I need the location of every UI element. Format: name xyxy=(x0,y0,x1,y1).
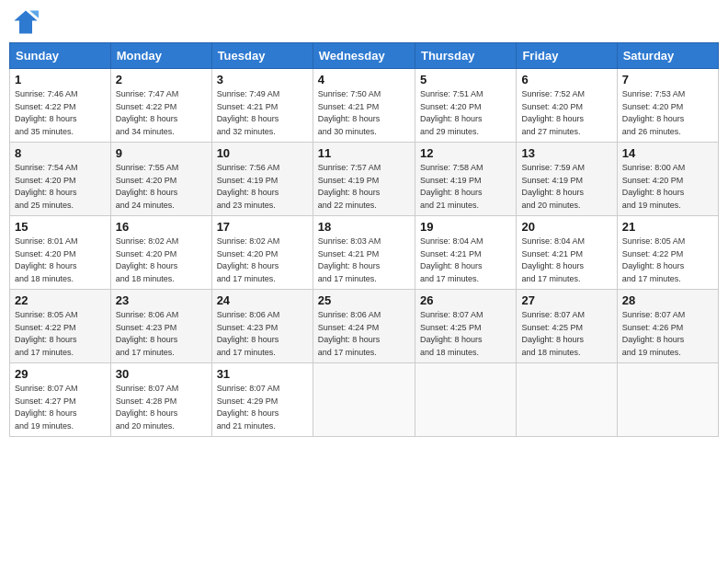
page-header xyxy=(9,9,719,35)
table-row xyxy=(415,363,516,437)
table-row: 23Sunrise: 8:06 AMSunset: 4:23 PMDayligh… xyxy=(110,290,211,363)
day-info: Sunrise: 8:04 AMSunset: 4:21 PMDaylight:… xyxy=(420,236,511,285)
logo xyxy=(13,9,42,35)
calendar-week-4: 22Sunrise: 8:05 AMSunset: 4:22 PMDayligh… xyxy=(10,290,719,363)
day-info: Sunrise: 8:05 AMSunset: 4:22 PMDaylight:… xyxy=(15,309,106,359)
day-info: Sunrise: 7:51 AMSunset: 4:20 PMDaylight:… xyxy=(420,88,511,138)
day-number: 19 xyxy=(420,220,511,234)
day-info: Sunrise: 7:52 AMSunset: 4:20 PMDaylight:… xyxy=(521,88,611,138)
day-info: Sunrise: 7:46 AMSunset: 4:22 PMDaylight:… xyxy=(15,88,106,138)
day-number: 16 xyxy=(116,220,207,234)
table-row: 6Sunrise: 7:52 AMSunset: 4:20 PMDaylight… xyxy=(517,69,617,143)
day-number: 2 xyxy=(116,73,207,86)
calendar-week-1: 1Sunrise: 7:46 AMSunset: 4:22 PMDaylight… xyxy=(10,69,719,143)
day-info: Sunrise: 8:03 AMSunset: 4:21 PMDaylight:… xyxy=(318,236,410,285)
table-row: 20Sunrise: 8:04 AMSunset: 4:21 PMDayligh… xyxy=(517,216,617,290)
day-number: 14 xyxy=(622,146,713,160)
table-row: 18Sunrise: 8:03 AMSunset: 4:21 PMDayligh… xyxy=(313,216,415,290)
day-number: 13 xyxy=(521,146,611,160)
day-number: 25 xyxy=(318,293,410,307)
table-row: 4Sunrise: 7:50 AMSunset: 4:21 PMDaylight… xyxy=(313,69,415,143)
day-info: Sunrise: 7:57 AMSunset: 4:19 PMDaylight:… xyxy=(318,162,410,212)
day-info: Sunrise: 8:07 AMSunset: 4:27 PMDaylight:… xyxy=(15,383,106,432)
day-number: 21 xyxy=(622,220,713,234)
calendar-header-sunday: Sunday xyxy=(10,43,111,69)
day-info: Sunrise: 8:07 AMSunset: 4:28 PMDaylight:… xyxy=(116,383,207,432)
day-info: Sunrise: 8:06 AMSunset: 4:24 PMDaylight:… xyxy=(318,309,410,359)
day-number: 11 xyxy=(318,146,410,160)
calendar-week-3: 15Sunrise: 8:01 AMSunset: 4:20 PMDayligh… xyxy=(10,216,719,290)
table-row: 2Sunrise: 7:47 AMSunset: 4:22 PMDaylight… xyxy=(110,69,211,143)
day-info: Sunrise: 8:04 AMSunset: 4:21 PMDaylight:… xyxy=(521,236,611,285)
table-row: 5Sunrise: 7:51 AMSunset: 4:20 PMDaylight… xyxy=(415,69,516,143)
table-row: 21Sunrise: 8:05 AMSunset: 4:22 PMDayligh… xyxy=(617,216,718,290)
calendar-week-5: 29Sunrise: 8:07 AMSunset: 4:27 PMDayligh… xyxy=(10,363,719,437)
table-row: 15Sunrise: 8:01 AMSunset: 4:20 PMDayligh… xyxy=(10,216,111,290)
day-number: 1 xyxy=(15,73,106,86)
table-row: 26Sunrise: 8:07 AMSunset: 4:25 PMDayligh… xyxy=(415,290,516,363)
table-row: 22Sunrise: 8:05 AMSunset: 4:22 PMDayligh… xyxy=(10,290,111,363)
calendar-header-wednesday: Wednesday xyxy=(313,43,415,69)
day-info: Sunrise: 8:05 AMSunset: 4:22 PMDaylight:… xyxy=(622,236,713,285)
calendar-header-saturday: Saturday xyxy=(617,43,718,69)
day-number: 6 xyxy=(521,73,611,86)
table-row: 9Sunrise: 7:55 AMSunset: 4:20 PMDaylight… xyxy=(110,143,211,216)
day-info: Sunrise: 7:58 AMSunset: 4:19 PMDaylight:… xyxy=(420,162,511,212)
table-row: 19Sunrise: 8:04 AMSunset: 4:21 PMDayligh… xyxy=(415,216,516,290)
table-row: 8Sunrise: 7:54 AMSunset: 4:20 PMDaylight… xyxy=(10,143,111,216)
day-info: Sunrise: 7:47 AMSunset: 4:22 PMDaylight:… xyxy=(116,88,207,138)
day-info: Sunrise: 7:55 AMSunset: 4:20 PMDaylight:… xyxy=(116,162,207,212)
calendar-header-tuesday: Tuesday xyxy=(211,43,313,69)
calendar-header-row: SundayMondayTuesdayWednesdayThursdayFrid… xyxy=(10,43,719,69)
day-number: 8 xyxy=(15,146,106,160)
table-row xyxy=(617,363,718,437)
table-row: 24Sunrise: 8:06 AMSunset: 4:23 PMDayligh… xyxy=(211,290,313,363)
day-number: 7 xyxy=(622,73,713,86)
table-row xyxy=(517,363,617,437)
calendar-header-thursday: Thursday xyxy=(415,43,516,69)
day-number: 28 xyxy=(622,293,713,307)
day-info: Sunrise: 7:59 AMSunset: 4:19 PMDaylight:… xyxy=(521,162,611,212)
day-info: Sunrise: 8:02 AMSunset: 4:20 PMDaylight:… xyxy=(217,236,308,285)
day-number: 9 xyxy=(116,146,207,160)
day-number: 23 xyxy=(116,293,207,307)
table-row: 30Sunrise: 8:07 AMSunset: 4:28 PMDayligh… xyxy=(110,363,211,437)
calendar-header-friday: Friday xyxy=(517,43,617,69)
table-row xyxy=(313,363,415,437)
day-number: 4 xyxy=(318,73,410,86)
day-number: 3 xyxy=(217,73,308,86)
table-row: 7Sunrise: 7:53 AMSunset: 4:20 PMDaylight… xyxy=(617,69,718,143)
day-info: Sunrise: 8:07 AMSunset: 4:29 PMDaylight:… xyxy=(217,383,308,432)
day-number: 26 xyxy=(420,293,511,307)
day-number: 18 xyxy=(318,220,410,234)
day-info: Sunrise: 7:53 AMSunset: 4:20 PMDaylight:… xyxy=(622,88,713,138)
table-row: 3Sunrise: 7:49 AMSunset: 4:21 PMDaylight… xyxy=(211,69,313,143)
table-row: 14Sunrise: 8:00 AMSunset: 4:20 PMDayligh… xyxy=(617,143,718,216)
table-row: 17Sunrise: 8:02 AMSunset: 4:20 PMDayligh… xyxy=(211,216,313,290)
calendar-week-2: 8Sunrise: 7:54 AMSunset: 4:20 PMDaylight… xyxy=(10,143,719,216)
table-row: 16Sunrise: 8:02 AMSunset: 4:20 PMDayligh… xyxy=(110,216,211,290)
day-number: 15 xyxy=(15,220,106,234)
day-number: 27 xyxy=(521,293,611,307)
table-row: 1Sunrise: 7:46 AMSunset: 4:22 PMDaylight… xyxy=(10,69,111,143)
day-info: Sunrise: 7:54 AMSunset: 4:20 PMDaylight:… xyxy=(15,162,106,212)
logo-icon xyxy=(13,9,39,35)
day-info: Sunrise: 8:07 AMSunset: 4:26 PMDaylight:… xyxy=(622,309,713,359)
day-number: 30 xyxy=(116,367,207,381)
day-number: 12 xyxy=(420,146,511,160)
calendar-table: SundayMondayTuesdayWednesdayThursdayFrid… xyxy=(9,42,719,437)
day-number: 31 xyxy=(217,367,308,381)
table-row: 13Sunrise: 7:59 AMSunset: 4:19 PMDayligh… xyxy=(517,143,617,216)
day-info: Sunrise: 8:06 AMSunset: 4:23 PMDaylight:… xyxy=(116,309,207,359)
day-info: Sunrise: 8:07 AMSunset: 4:25 PMDaylight:… xyxy=(521,309,611,359)
table-row: 28Sunrise: 8:07 AMSunset: 4:26 PMDayligh… xyxy=(617,290,718,363)
day-info: Sunrise: 8:00 AMSunset: 4:20 PMDaylight:… xyxy=(622,162,713,212)
day-info: Sunrise: 8:07 AMSunset: 4:25 PMDaylight:… xyxy=(420,309,511,359)
table-row: 29Sunrise: 8:07 AMSunset: 4:27 PMDayligh… xyxy=(10,363,111,437)
day-info: Sunrise: 8:02 AMSunset: 4:20 PMDaylight:… xyxy=(116,236,207,285)
table-row: 25Sunrise: 8:06 AMSunset: 4:24 PMDayligh… xyxy=(313,290,415,363)
table-row: 31Sunrise: 8:07 AMSunset: 4:29 PMDayligh… xyxy=(211,363,313,437)
day-number: 17 xyxy=(217,220,308,234)
table-row: 27Sunrise: 8:07 AMSunset: 4:25 PMDayligh… xyxy=(517,290,617,363)
day-number: 24 xyxy=(217,293,308,307)
